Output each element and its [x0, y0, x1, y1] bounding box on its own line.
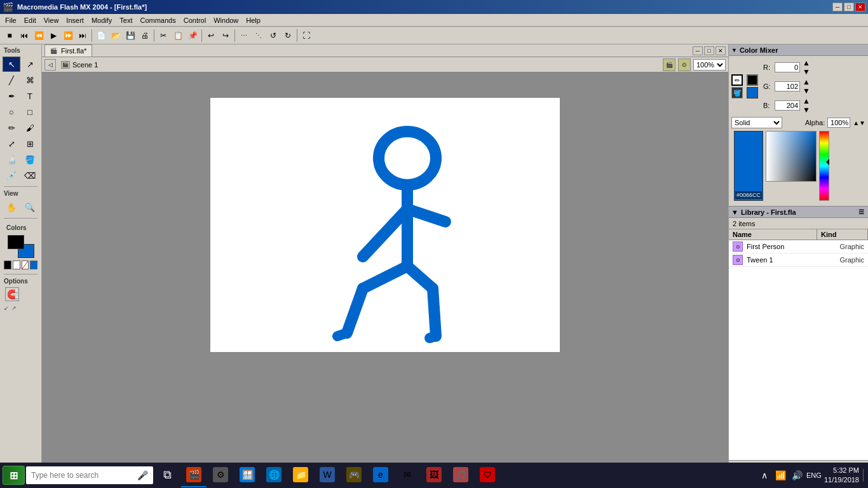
taskbar-explorer[interactable]: 📁	[288, 463, 313, 487]
menu-file[interactable]: File	[1, 16, 20, 25]
rotate-ccw-button[interactable]: ↺	[266, 29, 280, 43]
blue-preset[interactable]	[30, 261, 37, 269]
pen-tool[interactable]: ✒	[3, 88, 20, 104]
lasso-tool[interactable]: ⌘	[21, 72, 39, 88]
black-preset[interactable]	[4, 261, 11, 269]
cut-button[interactable]: ✂	[156, 29, 170, 43]
rewind-button[interactable]: ⏮	[17, 29, 31, 43]
canvas-scroll-wrapper[interactable]	[42, 72, 728, 475]
brush-tool[interactable]: 🖌	[21, 120, 39, 135]
doc-tab[interactable]: 🎬 First.fla*	[44, 44, 92, 57]
taskbar-music[interactable]: 🎵	[448, 463, 473, 487]
cm-b-input[interactable]	[775, 100, 800, 111]
doc-restore-btn[interactable]: □	[704, 46, 714, 55]
color-type-select[interactable]: Solid Linear Radial	[731, 117, 782, 128]
doc-minimize-btn[interactable]: ─	[693, 46, 703, 55]
snap2-button[interactable]: ⋱	[252, 29, 266, 43]
undo-button[interactable]: ↩	[204, 29, 218, 43]
edit-scene-btn[interactable]: 🎬	[663, 58, 675, 71]
zoom-select[interactable]: 100% 50% 200% 400%	[693, 59, 726, 71]
pencil-tool[interactable]: ✏	[3, 120, 20, 135]
copy-button[interactable]: 📋	[171, 29, 185, 43]
cm-stroke-preview[interactable]	[747, 74, 758, 86]
hue-slider[interactable]	[819, 131, 829, 201]
lib-item-0[interactable]: ⊙ First Person Graphic	[729, 240, 868, 254]
fullscreen-button[interactable]: ⛶	[299, 29, 313, 43]
step-forward-button[interactable]: ⏩	[61, 29, 75, 43]
tray-network[interactable]: 📶	[775, 469, 787, 482]
search-mic-icon[interactable]: 🎤	[137, 470, 148, 480]
ink-bottle-tool[interactable]: 🍶	[3, 152, 20, 167]
play-button[interactable]: ▶	[46, 29, 60, 43]
eraser-tool[interactable]: ⌫	[21, 168, 39, 183]
start-button[interactable]: ⊞	[3, 466, 25, 485]
clock[interactable]: 5:32 PM 11/19/2018	[824, 466, 859, 485]
paint-bucket-tool[interactable]: 🪣	[21, 152, 39, 167]
eyedropper-tool[interactable]: 💉	[3, 168, 20, 183]
back-btn[interactable]: ◁	[44, 59, 56, 71]
oval-tool[interactable]: ○	[3, 104, 20, 119]
rotate-cw-button[interactable]: ↻	[281, 29, 295, 43]
canvas[interactable]	[210, 98, 560, 352]
arrow-tool[interactable]: ↖	[3, 57, 20, 72]
new-button[interactable]: 📄	[94, 29, 108, 43]
gradient-picker[interactable]	[766, 131, 817, 182]
fill-transform-tool[interactable]: ⊞	[21, 136, 39, 151]
redo-button[interactable]: ↪	[219, 29, 233, 43]
maximize-button[interactable]: □	[844, 3, 854, 11]
cm-r-input[interactable]	[775, 62, 800, 72]
taskbar-mail[interactable]: ✉	[395, 463, 420, 487]
taskbar-settings[interactable]: ⚙	[208, 463, 233, 487]
magnet-button[interactable]: 🧲	[5, 287, 19, 301]
menu-window[interactable]: Window	[210, 16, 242, 25]
library-arrow[interactable]: ▼	[731, 208, 738, 216]
lib-col-kind[interactable]: Kind	[817, 229, 868, 240]
hand-tool[interactable]: ✋	[3, 200, 20, 215]
taskbar-word[interactable]: W	[315, 463, 340, 487]
cm-fill-icon[interactable]: 🪣	[731, 87, 743, 98]
taskbar-game[interactable]: 🎮	[341, 463, 367, 487]
taskbar-task-view[interactable]: ⧉	[154, 463, 180, 487]
menu-text[interactable]: Text	[116, 16, 136, 25]
tray-show-desktop[interactable]	[863, 469, 865, 482]
no-color-preset[interactable]	[22, 261, 29, 269]
snap-button[interactable]: ⋯	[237, 29, 251, 43]
subselection-tool[interactable]: ↗	[21, 57, 39, 72]
menu-modify[interactable]: Modify	[88, 16, 116, 25]
menu-control[interactable]: Control	[180, 16, 210, 25]
paste-button[interactable]: 📌	[186, 29, 200, 43]
menu-view[interactable]: View	[40, 16, 63, 25]
tray-volume[interactable]: 🔊	[791, 469, 804, 482]
lib-item-1[interactable]: ⊙ Tween 1 Graphic	[729, 254, 868, 267]
taskbar-browser[interactable]: 🌐	[261, 463, 287, 487]
doc-close-btn[interactable]: ✕	[715, 46, 726, 55]
menu-commands[interactable]: Commands	[136, 16, 179, 25]
cm-g-input[interactable]	[775, 81, 800, 92]
free-transform-tool[interactable]: ⤢	[3, 136, 20, 151]
open-button[interactable]: 📂	[109, 29, 123, 43]
stop-button[interactable]: ■	[3, 29, 17, 43]
rectangle-tool[interactable]: □	[21, 104, 39, 119]
taskbar-photos[interactable]: 🖼	[421, 463, 447, 487]
search-input[interactable]	[26, 466, 153, 484]
color-mixer-arrow[interactable]: ▼	[731, 47, 737, 53]
minimize-button[interactable]: ─	[832, 3, 843, 11]
edit-symbol-btn[interactable]: ⊙	[678, 58, 691, 71]
cm-stroke-icon[interactable]: ✏	[731, 74, 743, 86]
library-menu-icon[interactable]: ☰	[857, 208, 865, 217]
menu-help[interactable]: Help	[242, 16, 264, 25]
line-tool[interactable]: ╱	[3, 72, 20, 88]
cm-fill-preview[interactable]	[747, 87, 758, 98]
save-button[interactable]: 💾	[123, 29, 137, 43]
step-back-button[interactable]: ⏪	[32, 29, 46, 43]
menu-insert[interactable]: Insert	[62, 16, 88, 25]
alpha-input[interactable]	[827, 118, 850, 128]
taskbar-antivirus[interactable]: 🛡	[475, 463, 500, 487]
taskbar-ie[interactable]: e	[368, 463, 393, 487]
current-color-swatch[interactable]: #0066CC	[734, 131, 763, 201]
print-button[interactable]: 🖨	[138, 29, 152, 43]
tray-ime[interactable]: ENG	[808, 469, 820, 482]
taskbar-flash[interactable]: 🎬	[181, 463, 207, 487]
tray-chevron[interactable]: ∧	[758, 469, 771, 482]
menu-edit[interactable]: Edit	[20, 16, 40, 25]
